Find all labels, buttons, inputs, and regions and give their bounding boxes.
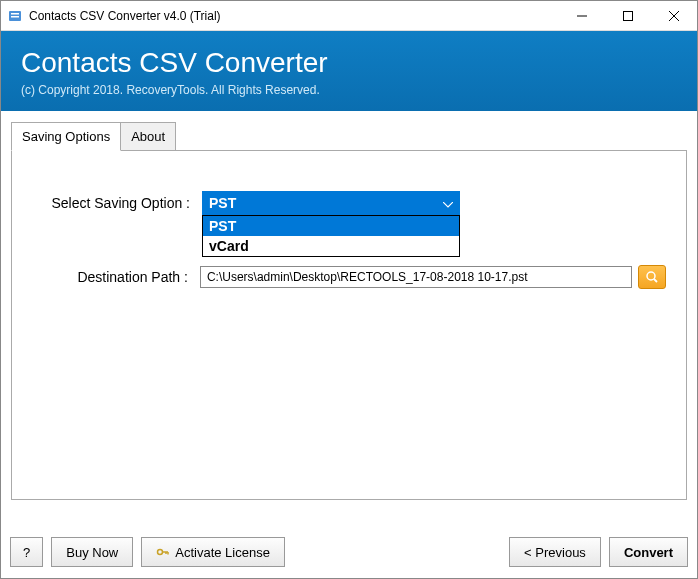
svg-line-8 bbox=[654, 279, 657, 282]
key-icon bbox=[156, 545, 170, 559]
tab-about[interactable]: About bbox=[121, 122, 176, 151]
saving-option-select[interactable]: PST bbox=[202, 191, 460, 215]
maximize-button[interactable] bbox=[605, 1, 651, 30]
tab-panel: Select Saving Option : PST PST vCard Des… bbox=[11, 150, 687, 500]
svg-rect-2 bbox=[11, 16, 19, 18]
destination-row: Destination Path : bbox=[32, 265, 666, 289]
convert-button[interactable]: Convert bbox=[609, 537, 688, 567]
activate-license-button[interactable]: Activate License bbox=[141, 537, 285, 567]
dropdown-option-vcard[interactable]: vCard bbox=[203, 236, 459, 256]
buy-now-button[interactable]: Buy Now bbox=[51, 537, 133, 567]
help-button[interactable]: ? bbox=[10, 537, 43, 567]
footer-bar: ? Buy Now Activate License < Previous Co… bbox=[10, 537, 688, 567]
minimize-button[interactable] bbox=[559, 1, 605, 30]
copyright-text: (c) Copyright 2018. RecoveryTools. All R… bbox=[21, 83, 677, 97]
app-title: Contacts CSV Converter bbox=[21, 47, 677, 79]
svg-rect-4 bbox=[624, 11, 633, 20]
saving-option-label: Select Saving Option : bbox=[32, 195, 202, 211]
tab-bar: Saving Options About bbox=[11, 121, 687, 150]
chevron-down-icon bbox=[443, 195, 453, 211]
svg-point-9 bbox=[158, 550, 163, 555]
close-button[interactable] bbox=[651, 1, 697, 30]
saving-option-dropdown: PST vCard bbox=[202, 215, 460, 257]
window-title: Contacts CSV Converter v4.0 (Trial) bbox=[29, 9, 559, 23]
svg-point-7 bbox=[647, 272, 655, 280]
app-icon bbox=[7, 8, 23, 24]
window-controls bbox=[559, 1, 697, 30]
saving-option-select-wrap: PST PST vCard bbox=[202, 191, 460, 215]
destination-label: Destination Path : bbox=[32, 269, 200, 285]
titlebar: Contacts CSV Converter v4.0 (Trial) bbox=[1, 1, 697, 31]
destination-path-input[interactable] bbox=[200, 266, 632, 288]
saving-option-row: Select Saving Option : PST PST vCard bbox=[32, 191, 666, 215]
search-folder-icon bbox=[645, 270, 659, 284]
svg-rect-1 bbox=[11, 13, 19, 15]
banner: Contacts CSV Converter (c) Copyright 201… bbox=[1, 31, 697, 111]
dropdown-option-pst[interactable]: PST bbox=[203, 216, 459, 236]
activate-label: Activate License bbox=[175, 545, 270, 560]
select-value: PST bbox=[209, 195, 236, 211]
previous-button[interactable]: < Previous bbox=[509, 537, 601, 567]
content-area: Saving Options About Select Saving Optio… bbox=[1, 111, 697, 500]
tab-saving-options[interactable]: Saving Options bbox=[11, 122, 121, 151]
browse-button[interactable] bbox=[638, 265, 666, 289]
